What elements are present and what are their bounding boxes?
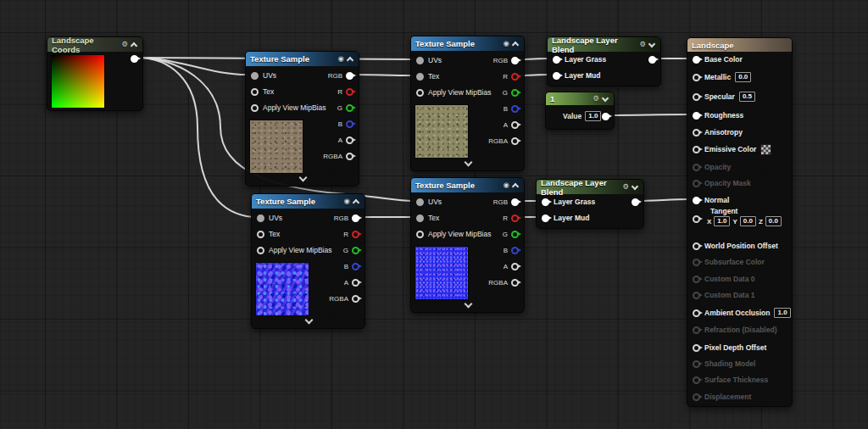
input-pin-specular[interactable] [693, 93, 700, 101]
output-pin-r[interactable] [352, 231, 359, 238]
chevron-up-icon[interactable] [512, 40, 520, 47]
node-landscape-layer-blend-top[interactable]: Landscape Layer Blend ⚙ Layer Grass Laye… [547, 36, 661, 86]
output-pin-r[interactable] [346, 88, 353, 96]
material-graph-canvas[interactable]: Landscape Coords ⚙ Texture Sample ◉ UVs … [0, 0, 868, 429]
output-pin-b[interactable] [352, 263, 359, 270]
input-pin-mipbias[interactable] [251, 104, 259, 112]
wire-ts-dirt-rgb-to-ts-grass-tex[interactable] [352, 75, 413, 75]
output-pin-rgb[interactable] [346, 72, 353, 80]
output-pin-a[interactable] [346, 136, 353, 144]
output-pin-g[interactable] [511, 231, 519, 238]
output-pin-a[interactable] [352, 279, 359, 287]
input-pin-layer-grass[interactable] [542, 198, 549, 206]
input-pin-opacity[interactable] [693, 164, 700, 171]
default-value[interactable]: 0.0 [735, 72, 751, 82]
input-pin-mipbias[interactable] [257, 247, 264, 254]
output-pin-rgba[interactable] [352, 295, 359, 303]
node-landscape-coords[interactable]: Landscape Coords ⚙ [47, 36, 143, 111]
input-pin-base-color[interactable] [693, 56, 700, 64]
input-pin-mipbias[interactable] [416, 231, 424, 238]
input-pin-displacement[interactable] [693, 393, 700, 401]
output-pin-rgba[interactable] [346, 153, 353, 160]
input-pin-emissive-color[interactable] [693, 146, 700, 153]
output-pin-rgb[interactable] [511, 198, 519, 206]
input-pin-opacity-mask[interactable] [693, 180, 700, 187]
input-pin-subsurface-color[interactable] [693, 259, 700, 266]
preview-circle-icon[interactable]: ◉ [338, 55, 344, 63]
tangent-y-input[interactable]: 0.0 [740, 216, 756, 226]
input-pin-custom-data-0[interactable] [693, 276, 700, 283]
gear-icon[interactable]: ⚙ [622, 183, 629, 191]
wire-blend-bot-to-normal[interactable] [637, 199, 689, 201]
node-texture-sample-grass[interactable]: Texture Sample ◉ UVs Tex Apply View MipB… [410, 36, 525, 171]
output-pin-g[interactable] [352, 247, 359, 254]
chevron-down-icon[interactable] [632, 183, 639, 191]
chevron-down-icon[interactable] [602, 95, 609, 103]
gear-icon[interactable]: ⚙ [121, 41, 128, 48]
output-pin[interactable] [632, 198, 639, 206]
gear-icon[interactable]: ⚙ [639, 41, 646, 48]
output-pin-g[interactable] [511, 89, 519, 97]
input-pin-refraction[interactable] [693, 326, 700, 334]
input-pin-ambient-occlusion[interactable] [693, 309, 700, 317]
node-landscape-output[interactable]: Landscape Base Color Metallic0.0 Specula… [687, 37, 793, 407]
default-value[interactable]: 0.5 [739, 92, 755, 102]
gear-icon[interactable]: ⚙ [593, 95, 599, 103]
input-pin-pixel-depth-offset[interactable] [693, 344, 700, 352]
output-pin-r[interactable] [511, 73, 519, 81]
input-pin-roughness[interactable] [693, 112, 700, 120]
output-pin[interactable] [602, 113, 609, 120]
output-pin-rgba[interactable] [511, 137, 519, 145]
output-pin-g[interactable] [346, 104, 353, 112]
wire-constant-to-roughness[interactable] [607, 114, 689, 115]
output-pin-b[interactable] [511, 105, 519, 113]
chevron-down-icon[interactable] [464, 301, 472, 309]
input-pin-layer-mud[interactable] [542, 214, 549, 222]
node-header[interactable]: Texture Sample ◉ [252, 194, 364, 209]
preview-circle-icon[interactable]: ◉ [504, 40, 509, 47]
preview-circle-icon[interactable]: ◉ [504, 181, 509, 189]
output-pin-rgba[interactable] [511, 279, 519, 287]
input-pin-shading-model[interactable] [693, 360, 700, 368]
input-pin-uvs[interactable] [251, 72, 259, 80]
input-pin-tangent[interactable] [693, 215, 700, 223]
node-texture-sample-normal-a[interactable]: Texture Sample ◉ UVs Tex Apply View MipB… [251, 193, 365, 329]
chevron-up-icon[interactable] [131, 41, 138, 48]
output-pin-a[interactable] [511, 263, 519, 270]
preview-circle-icon[interactable]: ◉ [344, 198, 350, 205]
input-pin-anisotropy[interactable] [693, 129, 700, 136]
input-pin-metallic[interactable] [693, 74, 700, 81]
input-pin-tex[interactable] [257, 231, 264, 238]
value-input[interactable]: 1.0 [585, 111, 601, 121]
node-header[interactable]: Texture Sample ◉ [411, 178, 524, 192]
node-header[interactable]: Landscape Coords ⚙ [47, 37, 142, 52]
node-header[interactable]: Landscape Layer Blend ⚙ [537, 180, 643, 194]
default-value[interactable]: 1.0 [774, 308, 790, 318]
input-pin-uvs[interactable] [416, 198, 424, 206]
input-pin-surface-thickness[interactable] [693, 376, 700, 384]
output-pin-b[interactable] [346, 120, 353, 128]
node-header[interactable]: Landscape [687, 38, 792, 52]
chevron-down-icon[interactable] [304, 317, 313, 325]
node-header[interactable]: Texture Sample ◉ [411, 36, 524, 51]
chevron-up-icon[interactable] [347, 55, 354, 63]
input-pin-tex[interactable] [416, 214, 424, 222]
output-pin[interactable] [131, 55, 138, 63]
node-header[interactable]: 1 ⚙ [546, 92, 614, 105]
chevron-down-icon[interactable] [464, 159, 472, 167]
node-texture-sample-normal-b[interactable]: Texture Sample ◉ UVs Tex Apply View MipB… [410, 177, 525, 313]
node-landscape-layer-blend-bottom[interactable]: Landscape Layer Blend ⚙ Layer Grass Laye… [536, 179, 644, 229]
output-pin-rgb[interactable] [352, 214, 359, 222]
tangent-x-input[interactable]: 1.0 [714, 216, 730, 226]
input-pin-tex[interactable] [416, 73, 424, 81]
input-pin-layer-grass[interactable] [553, 56, 560, 64]
input-pin-uvs[interactable] [416, 57, 424, 64]
node-texture-sample-dirt[interactable]: Texture Sample ◉ UVs Tex Apply View MipB… [245, 51, 359, 187]
node-header[interactable]: Landscape Layer Blend ⚙ [548, 37, 660, 52]
chevron-up-icon[interactable] [512, 181, 520, 189]
chevron-down-icon[interactable] [298, 175, 307, 182]
input-pin-layer-mud[interactable] [553, 72, 560, 80]
output-pin-rgb[interactable] [511, 57, 519, 64]
output-pin-b[interactable] [511, 247, 519, 254]
input-pin-custom-data-1[interactable] [693, 292, 700, 299]
